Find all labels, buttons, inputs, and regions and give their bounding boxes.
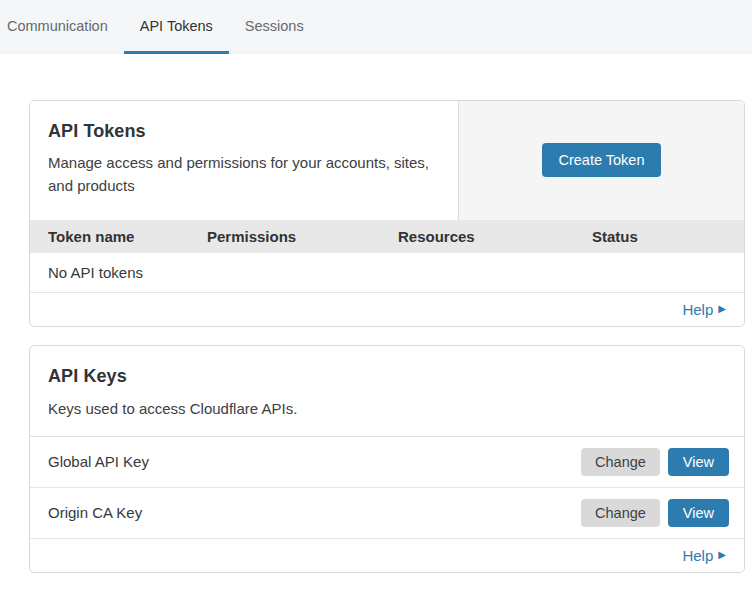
api-tokens-card: API Tokens Manage access and permissions… xyxy=(29,100,745,327)
api-keys-title: API Keys xyxy=(48,366,726,387)
tab-sessions[interactable]: Sessions xyxy=(229,0,320,54)
change-origin-ca-key-button[interactable]: Change xyxy=(581,499,660,527)
key-actions-global-api-key: Change View xyxy=(581,448,729,476)
key-name-global-api-key: Global API Key xyxy=(48,453,149,470)
key-row-global-api-key: Global API Key Change View xyxy=(30,437,744,488)
tokens-table-header: Token name Permissions Resources Status xyxy=(30,220,744,253)
api-keys-card-header: API Keys Keys used to access Cloudflare … xyxy=(30,346,744,437)
api-tokens-help-label: Help xyxy=(682,301,713,318)
api-tokens-card-header-action: Create Token xyxy=(458,101,744,220)
tokens-empty-message: No API tokens xyxy=(48,264,143,281)
api-tokens-help-link[interactable]: Help ▶ xyxy=(682,301,726,318)
column-token-name: Token name xyxy=(48,228,207,245)
page-content: API Tokens Manage access and permissions… xyxy=(0,54,752,583)
api-keys-help-link[interactable]: Help ▶ xyxy=(682,547,726,564)
api-tokens-card-header-text: API Tokens Manage access and permissions… xyxy=(30,101,458,220)
api-tokens-title: API Tokens xyxy=(48,121,440,142)
tokens-empty-row: No API tokens xyxy=(30,253,744,293)
column-resources: Resources xyxy=(398,228,592,245)
view-global-api-key-button[interactable]: View xyxy=(668,448,729,476)
column-status: Status xyxy=(592,228,744,245)
tab-api-tokens[interactable]: API Tokens xyxy=(124,0,229,54)
column-permissions: Permissions xyxy=(207,228,398,245)
api-tokens-card-footer: Help ▶ xyxy=(30,293,744,326)
api-tokens-card-header: API Tokens Manage access and permissions… xyxy=(30,101,744,220)
key-row-origin-ca-key: Origin CA Key Change View xyxy=(30,488,744,539)
view-origin-ca-key-button[interactable]: View xyxy=(668,499,729,527)
change-global-api-key-button[interactable]: Change xyxy=(581,448,660,476)
api-keys-description: Keys used to access Cloudflare APIs. xyxy=(48,397,448,420)
api-tokens-description: Manage access and permissions for your a… xyxy=(48,151,440,198)
api-keys-card: API Keys Keys used to access Cloudflare … xyxy=(29,345,745,573)
api-keys-card-footer: Help ▶ xyxy=(30,539,744,572)
tab-bar: Communication API Tokens Sessions xyxy=(0,0,752,54)
key-actions-origin-ca-key: Change View xyxy=(581,499,729,527)
help-arrow-icon: ▶ xyxy=(718,550,726,560)
help-arrow-icon: ▶ xyxy=(718,304,726,314)
key-name-origin-ca-key: Origin CA Key xyxy=(48,504,142,521)
create-token-button[interactable]: Create Token xyxy=(542,143,662,177)
api-keys-help-label: Help xyxy=(682,547,713,564)
tab-communication[interactable]: Communication xyxy=(0,0,124,54)
